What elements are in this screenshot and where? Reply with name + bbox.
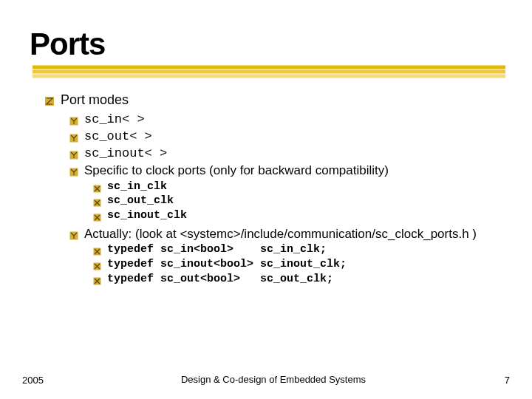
y-bullet-icon: [69, 132, 78, 140]
x-bullet-icon: [93, 275, 101, 283]
text-specific: Specific to clock ports (only for backwa…: [84, 163, 389, 178]
bullet-sc-inout-clk: sc_inout_clk: [93, 209, 502, 223]
bullet-actually: Actually: (look at <systemc>/include/com…: [69, 226, 502, 242]
text-actually: Actually: (look at <systemc>/include/com…: [84, 226, 477, 242]
text-typedef-inout: typedef sc_inout<bool> sc_inout_clk;: [107, 258, 347, 272]
footer: 2005 Design & Co-design of Embedded Syst…: [0, 374, 532, 386]
footer-year: 2005: [0, 375, 59, 386]
x-bullet-icon: [93, 183, 101, 191]
text-sc-in-clk: sc_in_clk: [107, 180, 167, 194]
text-typedef-out: typedef sc_out<bool> sc_out_clk;: [107, 273, 333, 287]
bullet-typedef-in: typedef sc_in<bool> sc_in_clk;: [93, 243, 502, 257]
slide-body: Port modes sc_in< > sc_out< > sc_inout< …: [30, 92, 502, 286]
text-sc-out-clk: sc_out_clk: [107, 194, 174, 208]
text-port-modes: Port modes: [61, 92, 129, 109]
bullet-sc-out: sc_out< >: [69, 129, 502, 144]
footer-title: Design & Co-design of Embedded Systems: [59, 374, 488, 386]
x-bullet-icon: [93, 211, 101, 219]
text-sc-in: sc_in< >: [84, 112, 145, 127]
text-typedef-in: typedef sc_in<bool> sc_in_clk;: [107, 243, 327, 257]
y-bullet-icon: [69, 115, 78, 123]
title-underline: [33, 65, 502, 78]
y-bullet-icon: [69, 149, 78, 157]
z-bullet-icon: [44, 95, 55, 105]
text-sc-inout: sc_inout< >: [84, 146, 167, 161]
bullet-typedef-inout: typedef sc_inout<bool> sc_inout_clk;: [93, 258, 502, 272]
bullet-sc-out-clk: sc_out_clk: [93, 194, 502, 208]
x-bullet-icon: [93, 245, 101, 253]
bullet-sc-in-clk: sc_in_clk: [93, 180, 502, 194]
footer-page: 7: [488, 375, 532, 386]
bullet-sc-inout: sc_inout< >: [69, 146, 502, 161]
bullet-typedef-out: typedef sc_out<bool> sc_out_clk;: [93, 273, 502, 287]
text-sc-inout-clk: sc_inout_clk: [107, 209, 187, 223]
x-bullet-icon: [93, 260, 101, 268]
text-sc-out: sc_out< >: [84, 129, 152, 144]
bullet-port-modes: Port modes: [44, 92, 502, 109]
bullet-specific: Specific to clock ports (only for backwa…: [69, 163, 502, 178]
slide-title: Ports: [30, 27, 502, 62]
y-bullet-icon: [69, 166, 78, 174]
y-bullet-icon: [69, 229, 78, 238]
bullet-sc-in: sc_in< >: [69, 112, 502, 127]
x-bullet-icon: [93, 197, 101, 205]
